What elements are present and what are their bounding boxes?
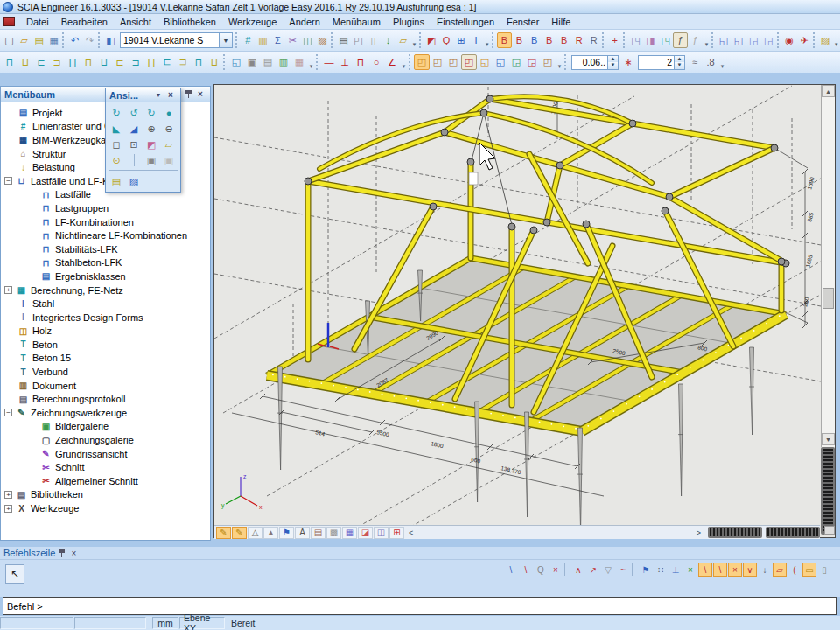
- paste-1-icon[interactable]: ▣: [244, 54, 260, 70]
- layer-view-5-icon[interactable]: ◱: [477, 54, 493, 70]
- tree-item[interactable]: ▤Berechnungsprotokoll: [1, 392, 210, 406]
- overflow-chevron-icon[interactable]: ▾: [484, 32, 491, 48]
- draw-perpendicular-icon[interactable]: ⊥: [337, 54, 353, 70]
- snap-arc-icon[interactable]: (: [788, 563, 802, 577]
- window-add-icon[interactable]: ◪: [358, 527, 373, 539]
- mdi-child-icon[interactable]: [4, 17, 15, 26]
- clip-box-icon[interactable]: ▤: [108, 173, 125, 189]
- expand-icon[interactable]: +: [4, 286, 12, 294]
- cascade-icon[interactable]: ◱: [717, 32, 732, 48]
- zoom-out-icon[interactable]: ⊖: [160, 121, 178, 136]
- layer-view-2-icon[interactable]: ◰: [430, 54, 445, 70]
- load-case-4-icon[interactable]: B: [542, 32, 556, 48]
- status-plane[interactable]: Ebene XY: [179, 617, 225, 629]
- tree-item[interactable]: ▤Ergebnisklassen: [1, 270, 210, 284]
- snap-delete-icon[interactable]: ×: [549, 563, 563, 577]
- tile-icon[interactable]: ◱: [732, 32, 746, 48]
- tree-item[interactable]: TVerbund: [1, 365, 210, 379]
- catalog-block-icon[interactable]: ⊓: [191, 54, 206, 70]
- axonometric-view-icon[interactable]: ◣: [108, 121, 125, 136]
- member-icon[interactable]: ◫: [300, 32, 315, 48]
- grid-icon[interactable]: #: [241, 32, 256, 48]
- tracking-icon[interactable]: ⚑: [639, 563, 653, 577]
- picture-icon[interactable]: ▨: [125, 173, 143, 189]
- snap-intersection-icon[interactable]: ×: [728, 563, 742, 577]
- stamp-icon[interactable]: ▤: [311, 527, 326, 539]
- fly-mode-icon[interactable]: ✈: [797, 32, 812, 48]
- mesh-icon[interactable]: ⊞: [454, 32, 469, 48]
- zoom-all-icon[interactable]: ⊡: [125, 136, 143, 152]
- eye-icon[interactable]: ◉: [782, 32, 797, 48]
- tree-item[interactable]: ▥Dokument: [1, 379, 210, 393]
- snap-mid-icon[interactable]: \: [519, 563, 533, 577]
- tree-item[interactable]: ✂Allgemeiner Schnitt: [1, 474, 210, 488]
- render-solid-icon[interactable]: ✎: [232, 527, 247, 539]
- load-case-3-icon[interactable]: B: [527, 32, 542, 48]
- paste-3-icon[interactable]: ▥: [276, 54, 291, 70]
- view-point-icon[interactable]: △: [248, 527, 262, 539]
- tree-item[interactable]: TBeton 15: [1, 352, 210, 366]
- render-wire-icon[interactable]: ✎: [216, 527, 231, 539]
- result-1-icon[interactable]: R: [571, 32, 586, 48]
- arrange-2-icon[interactable]: ◲: [761, 32, 776, 48]
- haunch-icon[interactable]: ⊏: [112, 54, 128, 70]
- scroll-left-icon[interactable]: <: [405, 528, 416, 537]
- camera-2-icon[interactable]: ▣: [160, 152, 178, 168]
- collapse-icon[interactable]: −: [4, 409, 12, 416]
- book-icon[interactable]: ▦: [342, 527, 357, 539]
- delete-icon[interactable]: ▯: [366, 32, 381, 48]
- menu-item-plugins[interactable]: Plugins: [387, 16, 430, 28]
- snap-arrow-icon[interactable]: ↗: [586, 563, 600, 577]
- scale-spinner[interactable]: 0.06..▲▼: [571, 55, 619, 70]
- menu-item-hilfe[interactable]: Hilfe: [545, 16, 577, 28]
- cursor-line-icon[interactable]: \: [504, 563, 518, 577]
- tree-item[interactable]: ⊓Nichtlineare LF-Kombinationen: [1, 228, 210, 242]
- undo-icon[interactable]: ↶: [67, 32, 82, 48]
- snap-polygon-icon[interactable]: ▱: [773, 563, 787, 577]
- tube-snap-icon[interactable]: ▯: [817, 563, 831, 577]
- rotate-view-1-icon[interactable]: ↻: [108, 105, 125, 121]
- paste-4-icon[interactable]: ▦: [291, 54, 307, 70]
- subregion-icon[interactable]: ∏: [144, 54, 159, 70]
- menu-item-bibliotheken[interactable]: Bibliotheken: [158, 16, 222, 28]
- paste-2-icon[interactable]: ▤: [260, 54, 276, 70]
- viewport-vertical-scrollbar[interactable]: ▲ ▼: [821, 85, 835, 447]
- opening-icon[interactable]: ⊐: [128, 54, 144, 70]
- layer-view-4-icon[interactable]: ◰: [461, 54, 477, 70]
- new-document-icon[interactable]: ▢: [2, 32, 17, 48]
- keyboard-entry-icon[interactable]: ▭: [802, 563, 816, 577]
- menu-item-bearbeiten[interactable]: Bearbeiten: [55, 16, 114, 28]
- wall-icon[interactable]: ⊓: [80, 54, 96, 70]
- save-all-icon[interactable]: ▤: [32, 32, 46, 48]
- draw-angle-icon[interactable]: ∠: [384, 54, 400, 70]
- pin-icon[interactable]: [55, 548, 67, 559]
- snap-curve-icon[interactable]: ~: [616, 563, 630, 577]
- redo-icon[interactable]: ↷: [82, 32, 97, 48]
- overflow-chevron-icon[interactable]: ▾: [400, 54, 408, 70]
- grid-display-icon[interactable]: ⊞: [389, 527, 404, 539]
- tree-item[interactable]: ◫Holz: [1, 325, 210, 339]
- snap-orthogonal-icon[interactable]: ∨: [743, 563, 757, 577]
- tree-item[interactable]: ▣Bildergalerie: [1, 420, 210, 434]
- view-window-2-icon[interactable]: ◨: [643, 32, 658, 48]
- overflow-chevron-icon[interactable]: ▾: [556, 54, 564, 70]
- close-icon[interactable]: ×: [194, 88, 206, 100]
- beam-1d-icon[interactable]: ⊔: [18, 54, 33, 70]
- snap-tangent-icon[interactable]: ↓: [758, 563, 772, 577]
- overflow-chevron-icon[interactable]: ▾: [703, 32, 710, 48]
- fx-off-icon[interactable]: ƒ: [688, 32, 703, 48]
- zoom-selection-icon[interactable]: ◩: [424, 32, 438, 48]
- new-folder-icon[interactable]: ▨: [817, 32, 832, 48]
- texture-icon[interactable]: ▩: [326, 527, 341, 539]
- fx-on-icon[interactable]: ƒ: [673, 32, 688, 48]
- spinner-down-icon[interactable]: ▼: [675, 62, 684, 69]
- menu-item-ansicht[interactable]: Ansicht: [114, 16, 158, 28]
- project-selector-combo[interactable]: 19014 V.Lekanne S▼: [120, 32, 233, 48]
- overflow-chevron-icon[interactable]: ▾: [718, 54, 726, 70]
- overflow-chevron-icon[interactable]: ▾: [832, 32, 839, 48]
- count-spinner[interactable]: 2▲▼: [638, 55, 685, 70]
- rotate-view-2-icon[interactable]: ↺: [125, 105, 143, 121]
- menu-item-menübaum[interactable]: Menübaum: [326, 16, 387, 28]
- decimal-icon[interactable]: .8: [703, 54, 718, 70]
- tree-item[interactable]: +XWerkzeuge: [1, 501, 210, 515]
